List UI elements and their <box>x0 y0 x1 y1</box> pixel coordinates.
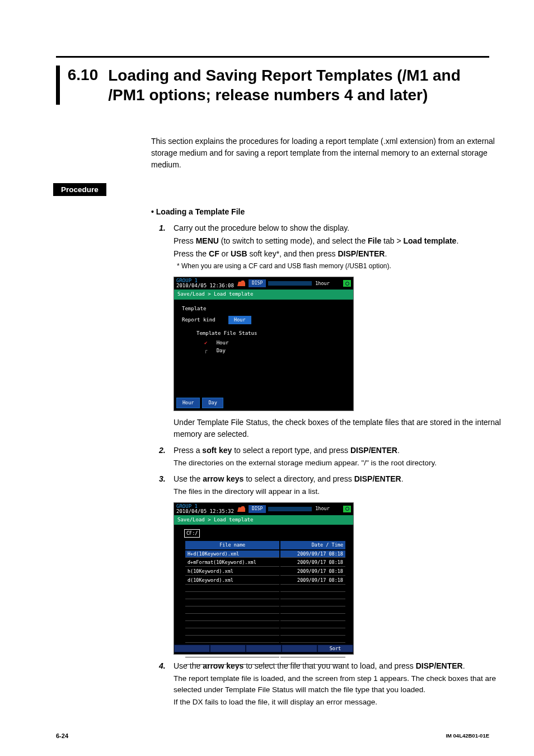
check-day: ┌ Day <box>204 347 345 355</box>
table-row <box>185 659 345 665</box>
table-row <box>185 629 345 636</box>
progress-meter <box>268 281 312 286</box>
step2-line1: Press a soft key to select a report type… <box>174 445 509 456</box>
step2-line2: The directories on the external storage … <box>174 458 509 469</box>
disp-badge: DISP <box>249 505 266 513</box>
table-row[interactable]: d(10Keyword).xml2009/09/17 08:18 <box>185 577 345 585</box>
table-row[interactable]: d+mFormat(10Keyword).xml2009/09/17 08:18 <box>185 559 345 567</box>
page-footer: 6-24 IM 04L42B01-01E <box>56 732 489 739</box>
table-row <box>185 608 345 614</box>
col-datetime: Date / Time <box>280 541 345 549</box>
subhead-loading: • Loading a Template File <box>151 206 509 218</box>
hour-label: 1hour <box>315 505 330 512</box>
softkey-empty[interactable] <box>282 645 317 652</box>
step-1: 1. Carry out the procedure below to show… <box>159 222 509 272</box>
step3-line1: Use the arrow keys to select a directory… <box>174 473 509 485</box>
step-2: 2. Press a soft key to select a report t… <box>159 445 509 470</box>
table-row <box>185 622 345 628</box>
softkey-sort[interactable]: Sort <box>317 645 353 652</box>
report-kind-field[interactable]: Hour <box>228 316 251 324</box>
check-hour: ✔ Hour <box>204 339 345 347</box>
breadcrumb: Save/Load > Load template <box>174 290 353 300</box>
check-true-icon: ✔ <box>204 340 207 346</box>
step1-footnote: * When you are using a CF card and USB f… <box>177 261 509 271</box>
screenshot-file-list: GROUP 1 2010/04/05 12:35:32 DISP 1hour S… <box>174 502 354 655</box>
status-icon <box>343 280 351 287</box>
intro-paragraph: This section explains the procedures for… <box>151 136 498 171</box>
template-file-status-title: Template File Status <box>196 330 345 338</box>
step3-line2: The files in the directory will appear i… <box>174 486 509 497</box>
screenshot-template-status: GROUP 1 2010/04/05 12:36:08 DISP 1hour S… <box>174 277 354 411</box>
group-label: GROUP 1 2010/04/05 12:36:08 <box>176 278 234 288</box>
table-row <box>185 615 345 621</box>
table-row <box>185 637 345 643</box>
check-false-icon: ┌ <box>204 348 207 353</box>
section-title: Loading and Saving Report Templates (/M1… <box>108 66 489 105</box>
table-row <box>185 600 345 606</box>
disp-badge: DISP <box>249 279 266 287</box>
status-icon <box>343 506 351 512</box>
group-label: GROUP 1 2010/04/05 12:35:32 <box>176 504 234 514</box>
template-label: Template <box>182 305 345 313</box>
table-row <box>185 593 345 599</box>
step-number: 2. <box>159 445 174 470</box>
softkey-empty[interactable] <box>210 645 246 652</box>
step-3: 3. Use the arrow keys to select a direct… <box>159 473 509 498</box>
free-space-row: Free space 12384 Kbytes <box>194 668 338 675</box>
section-header: 6.10 Loading and Saving Report Templates… <box>56 66 489 105</box>
document-id: IM 04L42B01-01E <box>446 732 489 739</box>
section-bar <box>56 66 60 105</box>
procedure-tag: Procedure <box>53 183 106 196</box>
table-row <box>185 586 345 592</box>
page-number: 6-24 <box>56 732 68 739</box>
softkey-row: Sort <box>174 645 353 652</box>
ss2-header: GROUP 1 2010/04/05 12:35:32 DISP 1hour <box>174 503 353 515</box>
ss1-header: GROUP 1 2010/04/05 12:36:08 DISP 1hour <box>174 277 353 290</box>
report-kind-row: Report kind Hour <box>182 316 345 324</box>
step1-line2: Press MENU (to switch to setting mode), … <box>174 235 509 247</box>
step1-line1: Carry out the procedure below to show th… <box>174 222 509 234</box>
table-row[interactable]: H+d(10Keyword).xml2009/09/17 08:18 <box>185 550 345 558</box>
softkey-day[interactable]: Day <box>202 398 223 408</box>
step-number: 4. <box>159 660 174 710</box>
breadcrumb: Save/Load > Load template <box>174 515 353 525</box>
step-number: 3. <box>159 473 174 498</box>
table-row[interactable]: h(10Keyword).xml2009/09/17 08:18 <box>185 568 345 576</box>
softkey-empty[interactable] <box>174 645 210 652</box>
softkey-hour[interactable]: Hour <box>176 398 200 408</box>
softkey-empty[interactable] <box>246 645 282 652</box>
step1-line3: Press the CF or USB soft key*, and then … <box>174 248 509 260</box>
step-number: 1. <box>159 222 174 272</box>
col-filename: File name <box>185 541 279 549</box>
section-number: 6.10 <box>68 66 99 85</box>
note-template-status: Under Template File Status, the check bo… <box>174 417 509 440</box>
device-icon <box>236 505 246 513</box>
device-icon <box>236 279 246 287</box>
step4-line3: If the DX fails to load the file, it wil… <box>174 697 509 708</box>
progress-meter <box>268 507 312 511</box>
hour-label: 1hour <box>315 280 330 287</box>
path-box: CF:/ <box>184 529 200 538</box>
